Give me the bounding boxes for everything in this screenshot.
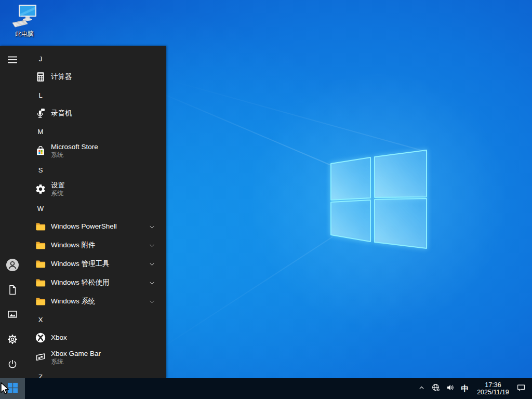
- app-labels: Windows 附件: [51, 241, 96, 249]
- rail-documents-button[interactable]: [6, 284, 19, 298]
- windows-start-icon: [7, 382, 18, 395]
- settings-gear-icon: [34, 183, 47, 195]
- app-labels: Windows PowerShell: [51, 222, 117, 231]
- notification-icon: [516, 383, 526, 394]
- app-label: Microsoft Store: [51, 143, 98, 151]
- app-label: Windows 系统: [51, 297, 96, 305]
- chevron-down-icon[interactable]: [148, 279, 156, 287]
- app-group-letter[interactable]: M: [25, 123, 166, 140]
- letter-label: J: [34, 55, 47, 63]
- power-icon: [7, 358, 18, 372]
- app-group-letter[interactable]: J: [25, 50, 166, 68]
- chevron-up-icon: [418, 384, 425, 394]
- start-app-item[interactable]: Microsoft Store系统: [25, 140, 166, 161]
- chevron-down-icon[interactable]: [148, 242, 156, 249]
- rail-expand-menu-button[interactable]: [6, 54, 19, 68]
- start-menu-rail: [0, 46, 25, 378]
- app-label: 录音机: [51, 109, 72, 117]
- folder-icon: [34, 220, 47, 233]
- clock-time: 17:36: [476, 381, 510, 389]
- start-app-item[interactable]: 计算器: [25, 68, 166, 86]
- start-folder-item[interactable]: Windows 系统: [25, 292, 166, 311]
- xbox-icon: [34, 331, 47, 344]
- voice-recorder-icon: [34, 107, 47, 119]
- taskbar: 中 17:36 2025/11/19: [0, 378, 532, 399]
- app-group-letter[interactable]: L: [25, 86, 166, 104]
- hamburger-icon: [7, 54, 18, 68]
- start-menu-app-list: J计算器L录音机MMicrosoft Store系统S设置系统WWindows …: [25, 46, 166, 378]
- network-status-button[interactable]: [430, 382, 442, 395]
- hidden-icons-button[interactable]: [416, 382, 427, 395]
- clock-date: 2025/11/19: [476, 389, 510, 396]
- app-label: Windows 附件: [51, 241, 96, 249]
- start-folder-item[interactable]: Windows 轻松使用: [25, 273, 166, 292]
- folder-icon: [34, 239, 47, 251]
- folder-icon: [34, 295, 47, 308]
- start-app-item[interactable]: 设置系统: [25, 179, 166, 200]
- rail-settings-button[interactable]: [6, 334, 19, 347]
- app-labels: 设置系统: [51, 181, 65, 197]
- app-labels: Xbox: [51, 334, 67, 342]
- app-labels: Microsoft Store系统: [51, 143, 98, 158]
- app-label: Windows 轻松使用: [51, 278, 110, 287]
- app-sublabel: 系统: [51, 190, 65, 197]
- letter-label: X: [34, 316, 47, 324]
- start-app-item[interactable]: Xbox: [25, 328, 166, 347]
- letter-label: Z: [34, 373, 47, 379]
- desktop-icon-this-pc[interactable]: 此电脑: [4, 3, 45, 38]
- app-label: 设置: [51, 181, 65, 190]
- ime-indicator[interactable]: 中: [459, 384, 471, 394]
- app-labels: Xbox Game Bar系统: [51, 350, 101, 365]
- app-label: Xbox: [51, 334, 67, 342]
- app-group-letter[interactable]: S: [25, 161, 166, 179]
- app-labels: Windows 系统: [51, 297, 96, 305]
- start-folder-item[interactable]: Windows PowerShell: [25, 217, 166, 236]
- folder-icon: [34, 276, 47, 289]
- app-sublabel: 系统: [51, 358, 101, 365]
- documents-icon: [7, 284, 18, 298]
- app-label: Windows PowerShell: [51, 222, 117, 231]
- app-labels: 计算器: [51, 73, 72, 81]
- xbox-game-bar-icon: [34, 351, 47, 364]
- start-app-item[interactable]: 录音机: [25, 104, 166, 123]
- app-group-letter[interactable]: Z: [25, 368, 166, 378]
- chevron-down-icon[interactable]: [148, 260, 156, 268]
- start-folder-item[interactable]: Windows 附件: [25, 236, 166, 255]
- system-tray: 中 17:36 2025/11/19: [416, 378, 532, 399]
- app-group-letter[interactable]: X: [25, 311, 166, 328]
- chevron-down-icon[interactable]: [148, 298, 156, 305]
- folder-icon: [34, 258, 47, 270]
- start-folder-item[interactable]: Windows 管理工具: [25, 255, 166, 273]
- app-label: Xbox Game Bar: [51, 350, 101, 358]
- app-labels: Windows 管理工具: [51, 260, 110, 268]
- letter-label: S: [34, 166, 47, 174]
- app-label: 计算器: [51, 73, 72, 81]
- globe-offline-icon: [431, 383, 441, 394]
- start-menu: J计算器L录音机MMicrosoft Store系统S设置系统WWindows …: [0, 46, 166, 378]
- microsoft-store-icon: [34, 144, 47, 157]
- this-pc-icon: [11, 3, 38, 29]
- letter-label: M: [34, 128, 47, 136]
- calculator-icon: [34, 71, 47, 83]
- app-labels: 录音机: [51, 109, 72, 117]
- app-group-letter[interactable]: W: [25, 200, 166, 217]
- letter-label: W: [34, 205, 47, 212]
- desktop-icon-label: 此电脑: [15, 30, 34, 38]
- action-center-button[interactable]: [515, 382, 527, 395]
- rail-user-button[interactable]: [6, 259, 19, 273]
- app-sublabel: 系统: [51, 151, 98, 158]
- chevron-down-icon[interactable]: [148, 223, 156, 231]
- taskbar-clock[interactable]: 17:36 2025/11/19: [474, 381, 512, 396]
- windows-logo-wallpaper: [327, 147, 429, 251]
- user-icon: [6, 258, 19, 274]
- app-label: Windows 管理工具: [51, 260, 110, 268]
- speaker-icon: [446, 383, 455, 394]
- volume-button[interactable]: [445, 382, 456, 395]
- rail-power-button[interactable]: [6, 358, 19, 372]
- pictures-icon: [7, 309, 18, 322]
- start-button[interactable]: [0, 378, 25, 399]
- start-app-item[interactable]: Xbox Game Bar系统: [25, 347, 166, 368]
- letter-label: L: [34, 91, 47, 99]
- rail-pictures-button[interactable]: [6, 309, 19, 322]
- gear-outline-icon: [7, 334, 18, 347]
